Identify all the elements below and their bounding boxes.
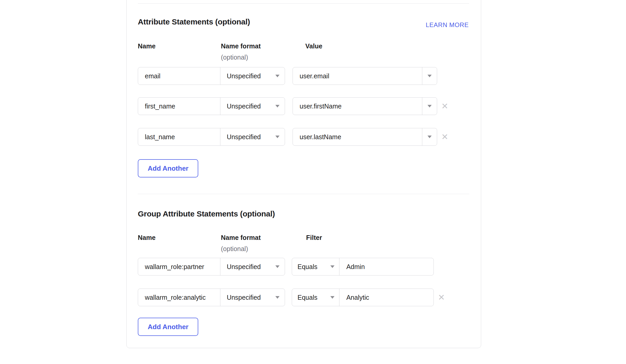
group-name-input[interactable] — [138, 258, 220, 275]
attr-value-dropdown-button[interactable] — [422, 98, 437, 115]
group-filter-group: Equals — [292, 289, 434, 306]
name-format-group: Unspecified — [138, 67, 285, 85]
saml-settings-card: Attribute Statements (optional) LEARN MO… — [126, 0, 481, 348]
group-filter-value-cell — [339, 258, 433, 275]
name-format-group: Unspecified — [138, 258, 285, 276]
group-filter-value-cell — [339, 289, 433, 306]
chevron-down-icon — [275, 105, 280, 107]
attr-value-input[interactable] — [293, 128, 422, 145]
attr-format-value: Unspecified — [227, 103, 261, 110]
group-filter-select[interactable]: Equals — [292, 258, 339, 275]
group-filter-operator: Equals — [297, 263, 317, 271]
chevron-down-icon — [275, 136, 280, 138]
attr-header-name: Name — [138, 42, 156, 50]
add-another-group-attribute-button[interactable]: Add Another — [138, 318, 198, 336]
group-attribute-statements-title: Group Attribute Statements (optional) — [138, 209, 275, 218]
group-name-cell — [138, 289, 220, 306]
name-format-group: Unspecified — [138, 97, 285, 115]
group-format-select[interactable]: Unspecified — [220, 289, 285, 306]
attr-header-name-format: Name format — [221, 42, 261, 50]
attr-header-value: Value — [305, 42, 322, 50]
group-name-cell — [138, 258, 220, 275]
group-filter-value-input[interactable] — [339, 258, 433, 275]
attr-value-combobox — [293, 128, 437, 146]
attr-format-select[interactable]: Unspecified — [220, 67, 285, 85]
chevron-down-icon — [330, 265, 334, 268]
group-filter-group: Equals — [292, 258, 434, 276]
attribute-row: Unspecified ✕ — [138, 97, 448, 115]
attr-value-cell — [293, 128, 422, 145]
attr-format-value: Unspecified — [227, 133, 261, 141]
remove-row-icon[interactable]: ✕ — [438, 293, 445, 302]
attr-header-name-format-hint: (optional) — [221, 53, 248, 61]
attr-value-input[interactable] — [293, 67, 422, 85]
group-filter-operator: Equals — [297, 294, 317, 301]
group-name-input[interactable] — [138, 289, 220, 306]
attr-value-cell — [293, 98, 422, 115]
page: Attribute Statements (optional) LEARN MO… — [0, 0, 626, 364]
group-attribute-row: Unspecified Equals — [138, 258, 434, 276]
chevron-down-icon — [275, 296, 280, 299]
group-header-name: Name — [138, 234, 156, 241]
group-format-value: Unspecified — [227, 294, 261, 301]
section-divider — [138, 194, 469, 194]
chevron-down-icon — [427, 75, 432, 77]
group-header-filter: Filter — [306, 234, 322, 241]
group-format-select[interactable]: Unspecified — [220, 258, 285, 275]
group-header-name-format-hint: (optional) — [221, 245, 248, 253]
name-format-group: Unspecified — [138, 128, 285, 146]
chevron-down-icon — [427, 105, 432, 107]
attr-name-cell — [138, 67, 220, 85]
attr-name-cell — [138, 128, 220, 145]
attribute-statements-title: Attribute Statements (optional) — [138, 17, 250, 26]
attr-name-input[interactable] — [138, 67, 220, 85]
learn-more-link[interactable]: LEARN MORE — [426, 21, 469, 29]
attr-format-value: Unspecified — [227, 72, 261, 80]
attr-format-select[interactable]: Unspecified — [220, 98, 285, 115]
attr-value-input[interactable] — [293, 98, 422, 115]
attr-value-dropdown-button[interactable] — [422, 128, 437, 145]
attr-name-cell — [138, 98, 220, 115]
attr-format-select[interactable]: Unspecified — [220, 128, 285, 145]
group-attribute-row: Unspecified Equals ✕ — [138, 289, 445, 306]
chevron-down-icon — [275, 265, 280, 268]
attr-value-combobox — [293, 97, 437, 115]
chevron-down-icon — [427, 136, 432, 138]
group-format-value: Unspecified — [227, 263, 261, 271]
attr-name-input[interactable] — [138, 98, 220, 115]
group-filter-value-input[interactable] — [339, 289, 433, 306]
attr-value-dropdown-button[interactable] — [422, 67, 437, 85]
remove-row-icon[interactable]: ✕ — [441, 133, 448, 141]
chevron-down-icon — [330, 296, 334, 299]
group-filter-select[interactable]: Equals — [292, 289, 339, 306]
attribute-row: Unspecified ✕ — [138, 128, 448, 146]
name-format-group: Unspecified — [138, 289, 285, 306]
attr-value-cell — [293, 67, 422, 85]
attr-value-combobox — [293, 67, 437, 85]
top-divider — [138, 3, 469, 4]
remove-row-icon[interactable]: ✕ — [441, 102, 448, 110]
add-another-attribute-button[interactable]: Add Another — [138, 159, 198, 177]
attr-name-input[interactable] — [138, 128, 220, 145]
group-header-name-format: Name format — [221, 234, 261, 241]
attribute-row: Unspecified — [138, 67, 437, 85]
chevron-down-icon — [275, 75, 280, 77]
